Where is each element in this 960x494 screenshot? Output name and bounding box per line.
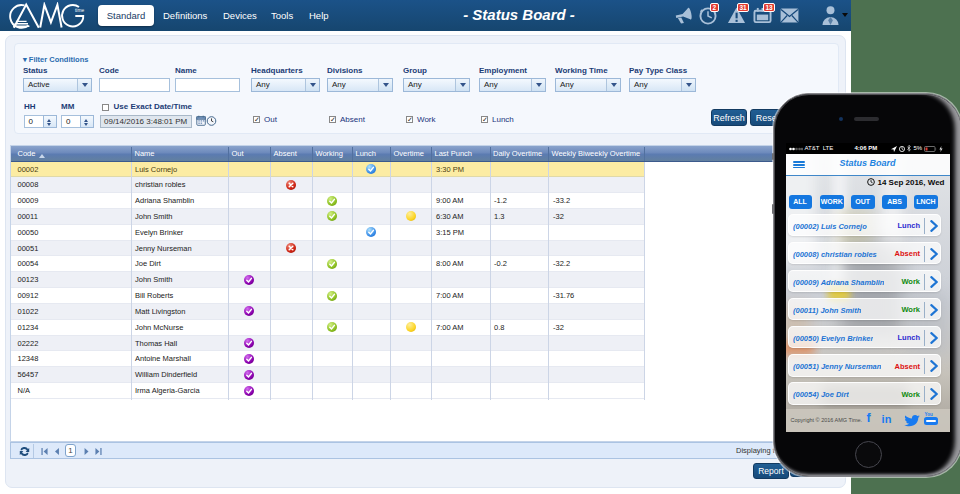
svg-text:time: time [75,8,84,13]
